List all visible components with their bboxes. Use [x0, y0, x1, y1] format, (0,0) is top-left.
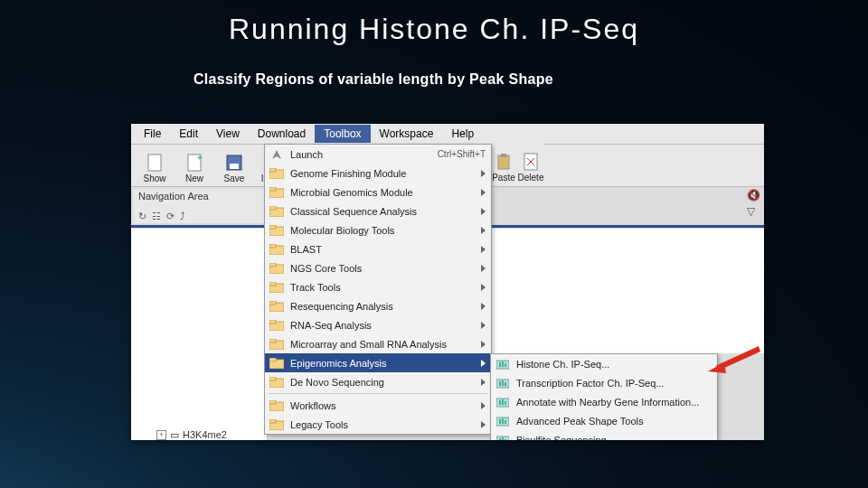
menu-item-de-novo-sequencing[interactable]: De Novo Sequencing [265, 372, 491, 391]
svg-rect-4 [230, 164, 239, 169]
svg-rect-41 [505, 363, 506, 367]
folder-icon [269, 299, 285, 314]
svg-rect-55 [499, 438, 501, 441]
menu-item-label: Microarray and Small RNA Analysis [290, 339, 477, 350]
toolbar-new[interactable]: +New [175, 145, 214, 186]
tool-icon [495, 376, 511, 390]
folder-icon [269, 166, 285, 181]
svg-rect-44 [502, 380, 504, 386]
menu-item-label: RNA-Seq Analysis [290, 320, 477, 331]
svg-rect-8 [501, 154, 506, 157]
chevron-right-icon [481, 246, 486, 253]
folder-icon [269, 204, 285, 219]
chevron-right-icon [481, 402, 486, 409]
svg-rect-37 [269, 419, 276, 423]
chevron-right-icon [481, 265, 486, 272]
submenu-item-transcription-factor-ch-ip-seq[interactable]: Transcription Factor Ch. IP-Seq... [491, 373, 717, 392]
menu-item-legacy-tools[interactable]: Legacy Tools [265, 415, 491, 434]
navigation-tree[interactable]: + ▭ H3K4me2 [131, 229, 268, 440]
menu-workspace[interactable]: Workspace [371, 125, 443, 143]
submenu-item-annotate-with-nearby-gene-information[interactable]: Annotate with Nearby Gene Information... [491, 392, 717, 411]
menu-item-genome-finishing-module[interactable]: Genome Finishing Module [265, 164, 491, 183]
menu-item-microarray-and-small-rna-analysis[interactable]: Microarray and Small RNA Analysis [265, 334, 491, 353]
menu-view[interactable]: View [207, 125, 249, 143]
slide-title: Running Histone Ch. IP-Seq [0, 13, 868, 46]
toolbar-show[interactable]: Show [135, 145, 175, 186]
tree-row[interactable]: + ▭ H3K4me2 [131, 427, 267, 440]
app-screenshot: File Edit View Download Toolbox Workspac… [131, 124, 764, 440]
menu-item-label: Classical Sequence Analysis [290, 206, 477, 217]
menu-item-microbial-genomics-module[interactable]: Microbial Genomics Module [265, 183, 491, 202]
submenu-item-histone-ch-ip-seq[interactable]: Histone Ch. IP-Seq... [491, 354, 717, 373]
svg-rect-13 [269, 187, 276, 191]
toolbar-paste[interactable]: Paste [490, 144, 517, 185]
divider [131, 225, 267, 228]
rocket-icon [269, 147, 285, 162]
svg-rect-27 [269, 320, 276, 324]
nav-icon[interactable]: ☷ [152, 211, 161, 222]
expand-icon[interactable]: + [156, 430, 166, 440]
menu-item-label: Genome Finishing Module [290, 168, 477, 179]
shortcut-label: Ctrl+Shift+T [438, 149, 486, 159]
menu-item-track-tools[interactable]: Track Tools [265, 277, 491, 296]
folder-icon [269, 399, 285, 413]
toolbar-delete[interactable]: Delete [517, 144, 544, 185]
menu-item-label: Track Tools [290, 282, 477, 293]
clipboard-icon [495, 153, 513, 171]
menu-item-classical-sequence-analysis[interactable]: Classical Sequence Analysis [265, 202, 491, 221]
nav-icon[interactable]: ↻ [138, 211, 146, 222]
folder-icon [269, 261, 285, 276]
svg-rect-48 [502, 399, 504, 405]
folder-icon [269, 242, 285, 257]
funnel-icon[interactable]: ▽ [747, 205, 760, 218]
menu-item-ngs-core-tools[interactable]: NGS Core Tools [265, 258, 491, 277]
menu-help[interactable]: Help [442, 125, 483, 143]
menu-item-epigenomics-analysis[interactable]: Epigenomics Analysis [265, 353, 491, 372]
chevron-right-icon [481, 284, 486, 291]
speaker-icon[interactable]: 🔇 [747, 189, 760, 202]
slide-subtitle: Classify Regions of variable length by P… [193, 71, 868, 88]
tool-icon [495, 414, 511, 428]
menu-separator [269, 393, 487, 394]
page-icon [146, 154, 164, 172]
svg-rect-43 [499, 381, 501, 386]
menu-item-label: Workflows [290, 400, 477, 411]
menu-item-blast[interactable]: BLAST [265, 239, 491, 258]
tool-icon [495, 357, 511, 371]
toolbar-right: Paste Delete [490, 144, 544, 185]
folder-icon [269, 185, 285, 200]
chevron-right-icon [481, 170, 486, 177]
menu-item-label: Resequencing Analysis [290, 301, 477, 312]
toolbar-save[interactable]: Save [214, 145, 254, 186]
tool-icon [495, 433, 511, 441]
menu-download[interactable]: Download [249, 125, 315, 143]
menu-toolbox[interactable]: Toolbox [315, 125, 370, 143]
menu-item-label: Molecular Biology Tools [290, 225, 477, 236]
svg-rect-53 [505, 420, 506, 424]
chevron-right-icon [481, 227, 486, 234]
floppy-icon [225, 154, 243, 172]
submenu-item-label: Bisulfite Sequencing [516, 435, 607, 441]
svg-rect-57 [505, 439, 506, 441]
svg-rect-19 [269, 244, 276, 248]
menu-item-resequencing-analysis[interactable]: Resequencing Analysis [265, 296, 491, 315]
menu-item-molecular-biology-tools[interactable]: Molecular Biology Tools [265, 221, 491, 239]
chevron-right-icon [481, 189, 486, 196]
divider [490, 225, 764, 228]
submenu-item-label: Advanced Peak Shape Tools [516, 416, 643, 427]
svg-rect-33 [269, 377, 276, 380]
submenu-item-bisulfite-sequencing[interactable]: Bisulfite Sequencing [491, 430, 717, 440]
menu-item-launch[interactable]: LaunchCtrl+Shift+T [265, 145, 491, 164]
menu-item-workflows[interactable]: Workflows [265, 396, 491, 415]
svg-rect-21 [269, 263, 276, 267]
submenu-item-advanced-peak-shape-tools[interactable]: Advanced Peak Shape Tools [491, 411, 717, 430]
page-plus-icon: + [185, 154, 203, 172]
svg-rect-7 [498, 155, 509, 169]
menu-edit[interactable]: Edit [170, 125, 207, 143]
nav-icon[interactable]: ⟳ [166, 211, 175, 222]
menu-item-rna-seq-analysis[interactable]: RNA-Seq Analysis [265, 315, 491, 334]
menu-file[interactable]: File [135, 125, 170, 143]
nav-icon[interactable]: ⤴ [180, 211, 185, 221]
tree-item-label: H3K4me2 [183, 429, 227, 440]
folder-icon [269, 280, 285, 295]
